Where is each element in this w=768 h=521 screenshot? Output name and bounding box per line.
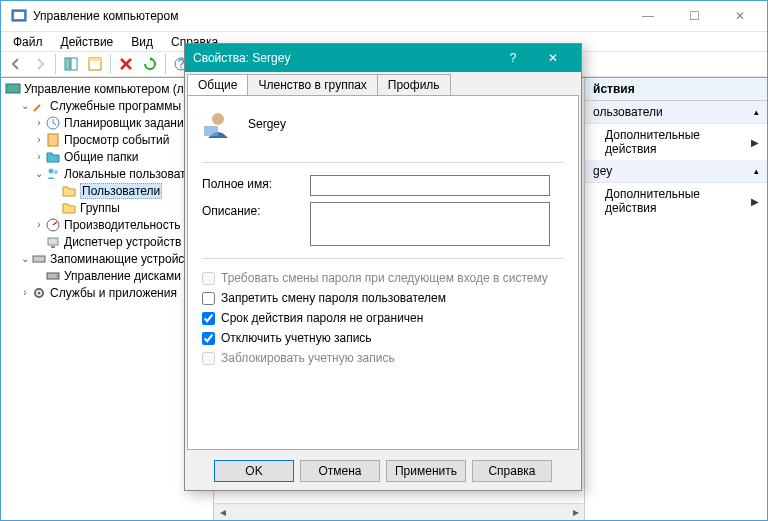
folder-icon bbox=[61, 200, 77, 216]
app-icon bbox=[11, 8, 27, 24]
collapse-icon: ▴ bbox=[754, 166, 759, 176]
scroll-right-icon[interactable]: ▸ bbox=[567, 504, 584, 521]
chk-disabled[interactable] bbox=[202, 332, 215, 345]
events-icon bbox=[45, 132, 61, 148]
dialog-buttons: OK Отмена Применить Справка bbox=[185, 452, 581, 490]
expand-icon[interactable]: › bbox=[19, 287, 31, 298]
svg-rect-16 bbox=[33, 256, 45, 262]
storage-icon bbox=[31, 251, 47, 267]
svg-point-11 bbox=[49, 168, 54, 173]
actions-header: йствия bbox=[585, 78, 767, 101]
tree-diskmgr[interactable]: Управление дисками bbox=[1, 267, 213, 284]
toolbar-sep bbox=[55, 54, 56, 74]
svg-rect-3 bbox=[71, 58, 77, 70]
collapse-icon[interactable]: ⌄ bbox=[19, 253, 31, 264]
expand-icon[interactable]: › bbox=[33, 134, 45, 145]
chk-neverexpire[interactable] bbox=[202, 312, 215, 325]
window-title: Управление компьютером bbox=[33, 9, 625, 23]
dialog-help-button[interactable]: ? bbox=[493, 44, 533, 72]
refresh-button[interactable] bbox=[139, 53, 161, 75]
chk-neverexpire-row: Срок действия пароля не ограничен bbox=[202, 311, 564, 325]
close-button[interactable]: ✕ bbox=[717, 1, 763, 31]
svg-rect-1 bbox=[14, 12, 24, 19]
tree-root[interactable]: Управление компьютером (л bbox=[1, 80, 213, 97]
svg-point-12 bbox=[54, 170, 58, 174]
svg-point-21 bbox=[212, 113, 224, 125]
actions-section-users[interactable]: ользователи▴ bbox=[585, 101, 767, 124]
cancel-button[interactable]: Отмена bbox=[300, 460, 380, 482]
tab-general[interactable]: Общие bbox=[187, 74, 248, 95]
forward-button[interactable] bbox=[29, 53, 51, 75]
svg-rect-15 bbox=[51, 246, 55, 248]
user-header: Sergey bbox=[202, 108, 564, 140]
svg-rect-10 bbox=[48, 134, 58, 146]
chk-disabled-label: Отключить учетную запись bbox=[221, 331, 372, 345]
chk-cantchange[interactable] bbox=[202, 292, 215, 305]
chk-cantchange-row: Запретить смену пароля пользователем bbox=[202, 291, 564, 305]
separator bbox=[202, 162, 564, 163]
actions-panel: йствия ользователи▴ Дополнительные дейст… bbox=[584, 78, 767, 520]
tree-tools[interactable]: ⌄Служебные программы bbox=[1, 97, 213, 114]
tree-storage[interactable]: ⌄Запоминающие устройст bbox=[1, 250, 213, 267]
fullname-label: Полное имя: bbox=[202, 175, 302, 191]
apply-button[interactable]: Применить bbox=[386, 460, 466, 482]
tree-perf[interactable]: ›Производительность bbox=[1, 216, 213, 233]
horizontal-scrollbar[interactable]: ◂ ▸ bbox=[214, 503, 584, 520]
perf-icon bbox=[45, 217, 61, 233]
username-label: Sergey bbox=[248, 117, 286, 131]
tab-profile[interactable]: Профиль bbox=[377, 74, 451, 95]
tree-devmgr[interactable]: Диспетчер устройств bbox=[1, 233, 213, 250]
expand-icon[interactable]: › bbox=[33, 117, 45, 128]
separator bbox=[202, 258, 564, 259]
back-button[interactable] bbox=[5, 53, 27, 75]
description-row: Описание: bbox=[202, 202, 564, 246]
computer-icon bbox=[5, 81, 21, 97]
menu-view[interactable]: Вид bbox=[123, 33, 161, 51]
fullname-input[interactable] bbox=[310, 175, 550, 196]
collapse-icon[interactable]: ⌄ bbox=[33, 168, 45, 179]
scroll-left-icon[interactable]: ◂ bbox=[214, 504, 231, 521]
menu-action[interactable]: Действие bbox=[53, 33, 122, 51]
properties-dialog: Свойства: Sergey ? ✕ Общие Членство в гр… bbox=[184, 43, 582, 491]
user-icon bbox=[202, 108, 234, 140]
help-button[interactable]: Справка bbox=[472, 460, 552, 482]
expand-icon[interactable]: › bbox=[33, 151, 45, 162]
tree-services[interactable]: ›Службы и приложения bbox=[1, 284, 213, 301]
users-icon bbox=[45, 166, 61, 182]
tab-member[interactable]: Членство в группах bbox=[247, 74, 377, 95]
tree-groups[interactable]: Группы bbox=[1, 199, 213, 216]
tree-panel[interactable]: Управление компьютером (л ⌄Служебные про… bbox=[1, 78, 214, 520]
properties-button[interactable] bbox=[84, 53, 106, 75]
ok-button[interactable]: OK bbox=[214, 460, 294, 482]
dialog-titlebar[interactable]: Свойства: Sergey ? ✕ bbox=[185, 44, 581, 72]
dialog-title: Свойства: Sergey bbox=[193, 51, 493, 65]
actions-section-user[interactable]: gey▴ bbox=[585, 160, 767, 183]
window-controls: — ☐ ✕ bbox=[625, 1, 763, 31]
show-tree-button[interactable] bbox=[60, 53, 82, 75]
chk-locked bbox=[202, 352, 215, 365]
toolbar-sep bbox=[110, 54, 111, 74]
chk-locked-row: Заблокировать учетную запись bbox=[202, 351, 564, 365]
chevron-right-icon: ▶ bbox=[751, 137, 759, 148]
delete-button[interactable] bbox=[115, 53, 137, 75]
tree-users[interactable]: Пользователи bbox=[1, 182, 213, 199]
tree-localusers[interactable]: ⌄Локальные пользоват bbox=[1, 165, 213, 182]
tabstrip: Общие Членство в группах Профиль bbox=[185, 72, 581, 95]
menu-file[interactable]: Файл bbox=[5, 33, 51, 51]
minimize-button[interactable]: — bbox=[625, 1, 671, 31]
chk-cantchange-label: Запретить смену пароля пользователем bbox=[221, 291, 446, 305]
tree-scheduler[interactable]: ›Планировщик заданий bbox=[1, 114, 213, 131]
expand-icon[interactable]: › bbox=[33, 219, 45, 230]
collapse-icon: ▴ bbox=[754, 107, 759, 117]
chevron-right-icon: ▶ bbox=[751, 196, 759, 207]
tab-body: Sergey Полное имя: Описание: Требовать с… bbox=[187, 95, 579, 450]
tree-shared[interactable]: ›Общие папки bbox=[1, 148, 213, 165]
actions-more-1[interactable]: Дополнительные действия▶ bbox=[585, 124, 767, 160]
actions-more-2[interactable]: Дополнительные действия▶ bbox=[585, 183, 767, 219]
dialog-close-button[interactable]: ✕ bbox=[533, 44, 573, 72]
description-label: Описание: bbox=[202, 202, 302, 218]
tree-events[interactable]: ›Просмотр событий bbox=[1, 131, 213, 148]
maximize-button[interactable]: ☐ bbox=[671, 1, 717, 31]
collapse-icon[interactable]: ⌄ bbox=[19, 100, 31, 111]
description-input[interactable] bbox=[310, 202, 550, 246]
